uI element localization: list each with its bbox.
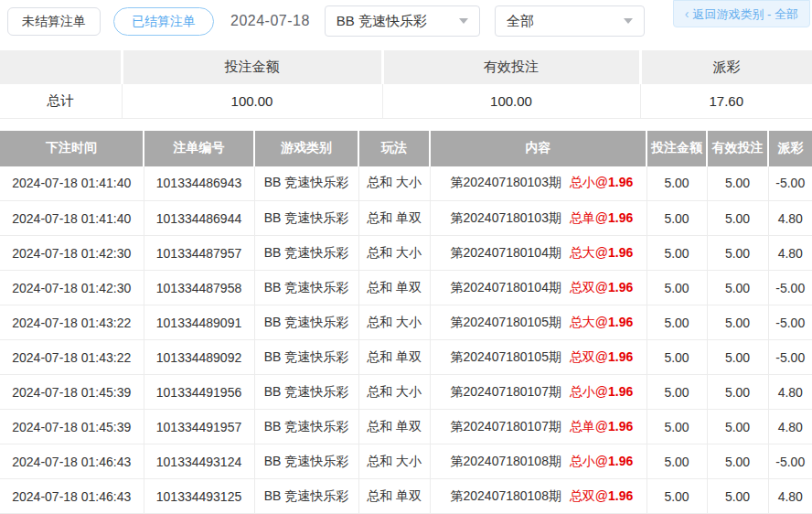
bet-time-cell: 2024-07-18 01:41:40 [0,166,144,201]
bet-time-cell: 2024-07-18 01:46:43 [0,444,144,479]
summary-header-payout: 派彩 [640,50,812,84]
bet-amount-cell: 5.00 [646,410,707,444]
valid-bet-cell: 5.00 [707,166,768,201]
odds-value: 1.96 [608,454,633,468]
summary-total-payout: 17.60 [640,84,812,118]
table-row: 2024-07-18 01:45:39 101334491957 BB 竞速快乐… [0,410,812,444]
game-category-cell: BB 竞速快乐彩 [254,236,358,271]
table-row: 2024-07-18 01:43:22 101334489091 BB 竞速快乐… [0,305,812,340]
summary-total-bet-amount: 100.00 [122,84,382,118]
selection-label: 总单 [570,210,595,225]
selection-label: 总小 [570,175,595,189]
bet-amount-cell: 5.00 [646,201,707,236]
play-type-cell: 总和 单双 [358,271,430,305]
period-label: 第202407180108期 [451,488,561,503]
payout-cell: -5.00 [768,166,812,201]
odds-at-sign: @ [595,280,608,294]
selection-label: 总大 [570,315,595,329]
odds-value: 1.96 [608,315,633,329]
bet-time-cell: 2024-07-18 01:45:39 [0,410,144,444]
bet-amount-cell: 5.00 [646,375,707,410]
odds-value: 1.96 [608,349,633,364]
back-to-game-category-button[interactable]: ‹返回游戏类别 - 全部 [673,0,810,27]
order-number-cell: 101334491957 [144,410,254,444]
order-number-cell: 101334486943 [144,166,254,201]
filter-select-value: 全部 [507,13,534,30]
payout-cell: -5.00 [768,271,812,305]
payout-cell: -5.00 [768,305,812,340]
table-row: 2024-07-18 01:42:30 101334487957 BB 竞速快乐… [0,236,812,271]
selection-label: 总小 [570,454,595,468]
bet-table-header-row: 下注时间 注单编号 游戏类别 玩法 内容 投注金额 有效投注 派彩 [0,131,812,166]
bet-amount-cell: 5.00 [646,340,707,375]
order-number-cell: 101334489091 [144,305,254,340]
period-label: 第202407180105期 [451,315,561,329]
odds-value: 1.96 [608,210,633,225]
game-type-select-value: BB 竞速快乐彩 [337,13,427,30]
game-category-cell: BB 竞速快乐彩 [254,271,358,305]
period-label: 第202407180107期 [451,384,561,399]
period-label: 第202407180108期 [451,454,561,468]
table-row: 2024-07-18 01:45:39 101334491956 BB 竞速快乐… [0,375,812,410]
content-cell: 第202407180104期 总大@1.96 [430,236,646,271]
payout-cell: 4.80 [768,375,812,410]
game-category-cell: BB 竞速快乐彩 [254,166,358,201]
summary-total-label: 总计 [0,84,122,118]
order-number-cell: 101334486944 [144,201,254,236]
content-cell: 第202407180103期 总小@1.96 [430,166,646,201]
game-type-select[interactable]: BB 竞速快乐彩 [325,5,480,37]
content-cell: 第202407180105期 总大@1.96 [430,305,646,340]
bet-time-cell: 2024-07-18 01:43:22 [0,305,144,340]
payout-cell: -5.00 [768,340,812,375]
odds-value: 1.96 [608,384,633,399]
game-category-cell: BB 竞速快乐彩 [254,201,358,236]
header-game-category: 游戏类别 [254,131,358,166]
valid-bet-cell: 5.00 [707,444,768,479]
table-row: 2024-07-18 01:46:43 101334493124 BB 竞速快乐… [0,444,812,479]
filter-select[interactable]: 全部 [495,5,645,37]
valid-bet-cell: 5.00 [707,375,768,410]
bet-amount-cell: 5.00 [646,479,707,514]
play-type-cell: 总和 大小 [358,166,430,201]
play-type-cell: 总和 单双 [358,410,430,444]
tab-unsettled-orders[interactable]: 未结算注单 [7,7,101,36]
odds-value: 1.96 [608,488,633,503]
summary-table: 投注金额 有效投注 派彩 总计 100.00 100.00 17.60 [0,50,812,119]
odds-at-sign: @ [595,175,608,189]
valid-bet-cell: 5.00 [707,236,768,271]
selection-label: 总大 [570,245,595,260]
odds-at-sign: @ [595,315,608,329]
header-bet-time: 下注时间 [0,131,144,166]
odds-at-sign: @ [595,454,608,468]
order-number-cell: 101334493124 [144,444,254,479]
payout-cell: 4.80 [768,410,812,444]
bet-time-cell: 2024-07-18 01:46:43 [0,479,144,514]
period-label: 第202407180105期 [451,349,561,364]
play-type-cell: 总和 大小 [358,375,430,410]
content-cell: 第202407180107期 总单@1.96 [430,410,646,444]
header-payout: 派彩 [768,131,812,166]
game-category-cell: BB 竞速快乐彩 [254,479,358,514]
bet-amount-cell: 5.00 [646,166,707,201]
content-cell: 第202407180107期 总小@1.96 [430,375,646,410]
summary-total-valid-bet: 100.00 [382,84,640,118]
selection-label: 总单 [570,419,595,434]
header-play-type: 玩法 [358,131,430,166]
content-cell: 第202407180108期 总小@1.96 [430,444,646,479]
valid-bet-cell: 5.00 [707,479,768,514]
tab-settled-orders[interactable]: 已结算注单 [113,7,214,36]
summary-total-row: 总计 100.00 100.00 17.60 [0,84,812,118]
period-label: 第202407180103期 [451,175,561,189]
date-label: 2024-07-18 [230,13,310,29]
play-type-cell: 总和 大小 [358,444,430,479]
order-number-cell: 101334487957 [144,236,254,271]
odds-at-sign: @ [595,419,608,434]
play-type-cell: 总和 大小 [358,305,430,340]
content-cell: 第202407180105期 总双@1.96 [430,340,646,375]
back-button-label: 返回游戏类别 - 全部 [692,7,798,21]
bet-amount-cell: 5.00 [646,444,707,479]
odds-value: 1.96 [608,280,633,294]
odds-at-sign: @ [595,349,608,364]
game-category-cell: BB 竞速快乐彩 [254,305,358,340]
table-row: 2024-07-18 01:46:43 101334493125 BB 竞速快乐… [0,479,812,514]
